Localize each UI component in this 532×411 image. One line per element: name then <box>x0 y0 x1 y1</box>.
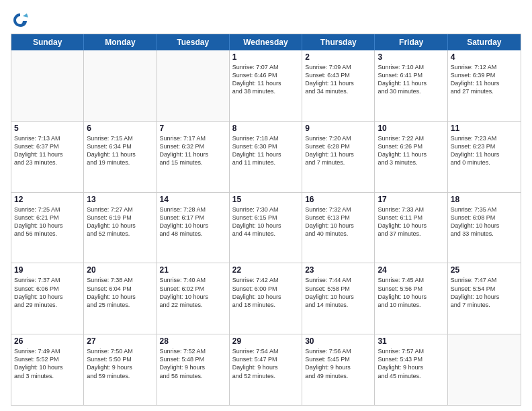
calendar-cell: 23Sunrise: 7:44 AM Sunset: 5:58 PM Dayli… <box>302 263 375 334</box>
day-number: 4 <box>451 52 518 62</box>
day-info: Sunrise: 7:12 AM Sunset: 6:39 PM Dayligh… <box>451 63 518 96</box>
day-number: 11 <box>451 124 518 133</box>
day-info: Sunrise: 7:33 AM Sunset: 6:11 PM Dayligh… <box>378 205 444 238</box>
day-info: Sunrise: 7:32 AM Sunset: 6:13 PM Dayligh… <box>305 205 371 238</box>
calendar-cell: 2Sunrise: 7:09 AM Sunset: 6:43 PM Daylig… <box>302 50 375 121</box>
day-number: 30 <box>305 336 371 346</box>
calendar-cell: 5Sunrise: 7:13 AM Sunset: 6:37 PM Daylig… <box>11 122 84 192</box>
day-info: Sunrise: 7:40 AM Sunset: 6:02 PM Dayligh… <box>160 276 226 309</box>
calendar-row-1: 5Sunrise: 7:13 AM Sunset: 6:37 PM Daylig… <box>11 121 521 192</box>
day-number: 27 <box>87 336 153 346</box>
day-number: 5 <box>14 124 81 133</box>
day-info: Sunrise: 7:50 AM Sunset: 5:50 PM Dayligh… <box>87 347 153 380</box>
calendar-header: SundayMondayTuesdayWednesdayThursdayFrid… <box>11 34 521 50</box>
calendar-cell: 4Sunrise: 7:12 AM Sunset: 6:39 PM Daylig… <box>448 50 521 121</box>
day-number: 2 <box>305 52 371 62</box>
day-number: 7 <box>160 124 226 133</box>
calendar-cell: 13Sunrise: 7:27 AM Sunset: 6:19 PM Dayli… <box>84 193 157 263</box>
day-number: 18 <box>451 195 518 204</box>
calendar-cell: 25Sunrise: 7:47 AM Sunset: 5:54 PM Dayli… <box>448 263 521 334</box>
calendar-cell: 21Sunrise: 7:40 AM Sunset: 6:02 PM Dayli… <box>157 263 230 334</box>
header-day-tuesday: Tuesday <box>157 34 230 50</box>
calendar-cell: 10Sunrise: 7:22 AM Sunset: 6:26 PM Dayli… <box>375 122 447 192</box>
day-info: Sunrise: 7:10 AM Sunset: 6:41 PM Dayligh… <box>378 63 444 96</box>
day-info: Sunrise: 7:42 AM Sunset: 6:00 PM Dayligh… <box>232 276 299 309</box>
calendar-row-2: 12Sunrise: 7:25 AM Sunset: 6:21 PM Dayli… <box>11 192 521 263</box>
day-info: Sunrise: 7:07 AM Sunset: 6:46 PM Dayligh… <box>232 63 299 96</box>
calendar-cell: 1Sunrise: 7:07 AM Sunset: 6:46 PM Daylig… <box>230 50 302 121</box>
day-info: Sunrise: 7:09 AM Sunset: 6:43 PM Dayligh… <box>305 63 371 96</box>
day-info: Sunrise: 7:54 AM Sunset: 5:47 PM Dayligh… <box>232 347 299 380</box>
calendar-row-4: 26Sunrise: 7:49 AM Sunset: 5:52 PM Dayli… <box>11 334 521 405</box>
day-number: 16 <box>305 195 371 204</box>
day-info: Sunrise: 7:20 AM Sunset: 6:28 PM Dayligh… <box>305 134 371 167</box>
day-info: Sunrise: 7:22 AM Sunset: 6:26 PM Dayligh… <box>378 134 444 167</box>
calendar-cell: 29Sunrise: 7:54 AM Sunset: 5:47 PM Dayli… <box>230 334 302 405</box>
day-number: 15 <box>232 195 299 204</box>
day-info: Sunrise: 7:30 AM Sunset: 6:15 PM Dayligh… <box>232 205 299 238</box>
day-number: 23 <box>305 265 371 275</box>
calendar-cell: 26Sunrise: 7:49 AM Sunset: 5:52 PM Dayli… <box>11 334 84 405</box>
day-number: 22 <box>232 265 299 275</box>
day-info: Sunrise: 7:56 AM Sunset: 5:45 PM Dayligh… <box>305 347 371 380</box>
calendar-cell: 15Sunrise: 7:30 AM Sunset: 6:15 PM Dayli… <box>230 193 302 263</box>
day-number: 29 <box>232 336 299 346</box>
header-day-monday: Monday <box>84 34 157 50</box>
day-info: Sunrise: 7:57 AM Sunset: 5:43 PM Dayligh… <box>378 347 444 380</box>
day-number: 1 <box>232 52 299 62</box>
header-day-wednesday: Wednesday <box>230 34 302 50</box>
day-number: 17 <box>378 195 444 204</box>
day-number: 26 <box>14 336 81 346</box>
logo <box>11 11 32 30</box>
day-number: 28 <box>160 336 226 346</box>
day-number: 13 <box>87 195 153 204</box>
calendar-cell: 24Sunrise: 7:45 AM Sunset: 5:56 PM Dayli… <box>375 263 447 334</box>
header <box>11 8 521 30</box>
calendar-row-0: 1Sunrise: 7:07 AM Sunset: 6:46 PM Daylig… <box>11 50 521 121</box>
header-day-saturday: Saturday <box>448 34 521 50</box>
day-info: Sunrise: 7:35 AM Sunset: 6:08 PM Dayligh… <box>451 205 518 238</box>
day-info: Sunrise: 7:15 AM Sunset: 6:34 PM Dayligh… <box>87 134 153 167</box>
day-number: 6 <box>87 124 153 133</box>
header-day-friday: Friday <box>375 34 447 50</box>
calendar-cell: 9Sunrise: 7:20 AM Sunset: 6:28 PM Daylig… <box>302 122 375 192</box>
day-info: Sunrise: 7:44 AM Sunset: 5:58 PM Dayligh… <box>305 276 371 309</box>
calendar-cell: 17Sunrise: 7:33 AM Sunset: 6:11 PM Dayli… <box>375 193 447 263</box>
day-number: 21 <box>160 265 226 275</box>
day-number: 20 <box>87 265 153 275</box>
day-info: Sunrise: 7:13 AM Sunset: 6:37 PM Dayligh… <box>14 134 81 167</box>
day-number: 24 <box>378 265 444 275</box>
day-info: Sunrise: 7:28 AM Sunset: 6:17 PM Dayligh… <box>160 205 226 238</box>
day-number: 14 <box>160 195 226 204</box>
day-number: 25 <box>451 265 518 275</box>
calendar-cell: 6Sunrise: 7:15 AM Sunset: 6:34 PM Daylig… <box>84 122 157 192</box>
day-info: Sunrise: 7:49 AM Sunset: 5:52 PM Dayligh… <box>14 347 81 380</box>
calendar-cell: 19Sunrise: 7:37 AM Sunset: 6:06 PM Dayli… <box>11 263 84 334</box>
calendar-cell: 7Sunrise: 7:17 AM Sunset: 6:32 PM Daylig… <box>157 122 230 192</box>
day-number: 9 <box>305 124 371 133</box>
day-info: Sunrise: 7:17 AM Sunset: 6:32 PM Dayligh… <box>160 134 226 167</box>
header-day-thursday: Thursday <box>302 34 375 50</box>
calendar-row-3: 19Sunrise: 7:37 AM Sunset: 6:06 PM Dayli… <box>11 263 521 334</box>
calendar-cell: 30Sunrise: 7:56 AM Sunset: 5:45 PM Dayli… <box>302 334 375 405</box>
day-info: Sunrise: 7:37 AM Sunset: 6:06 PM Dayligh… <box>14 276 81 309</box>
page: SundayMondayTuesdayWednesdayThursdayFrid… <box>0 0 532 411</box>
calendar-cell: 27Sunrise: 7:50 AM Sunset: 5:50 PM Dayli… <box>84 334 157 405</box>
calendar-cell: 22Sunrise: 7:42 AM Sunset: 6:00 PM Dayli… <box>230 263 302 334</box>
calendar-cell: 28Sunrise: 7:52 AM Sunset: 5:48 PM Dayli… <box>157 334 230 405</box>
calendar-cell: 20Sunrise: 7:38 AM Sunset: 6:04 PM Dayli… <box>84 263 157 334</box>
calendar-cell <box>157 50 230 121</box>
day-number: 8 <box>232 124 299 133</box>
calendar-cell <box>448 334 521 405</box>
calendar-cell <box>11 50 84 121</box>
calendar-cell <box>84 50 157 121</box>
day-number: 31 <box>378 336 444 346</box>
calendar-cell: 18Sunrise: 7:35 AM Sunset: 6:08 PM Dayli… <box>448 193 521 263</box>
day-number: 10 <box>378 124 444 133</box>
calendar-body: 1Sunrise: 7:07 AM Sunset: 6:46 PM Daylig… <box>11 50 521 405</box>
calendar-cell: 11Sunrise: 7:23 AM Sunset: 6:23 PM Dayli… <box>448 122 521 192</box>
day-info: Sunrise: 7:38 AM Sunset: 6:04 PM Dayligh… <box>87 276 153 309</box>
day-info: Sunrise: 7:47 AM Sunset: 5:54 PM Dayligh… <box>451 276 518 309</box>
day-number: 12 <box>14 195 81 204</box>
day-number: 19 <box>14 265 81 275</box>
